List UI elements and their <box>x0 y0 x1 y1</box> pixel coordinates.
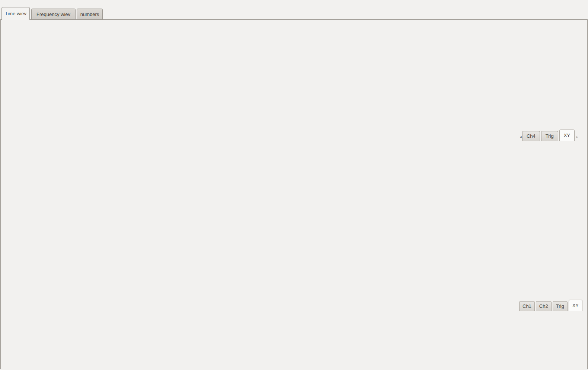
channel-tab-ch1[interactable]: Ch1 <box>519 301 535 311</box>
tab-frequency-view[interactable]: Frequency wiev <box>31 9 76 20</box>
tab-label: Frequency wiev <box>36 12 70 17</box>
channel-tab-ch4[interactable]: Ch4 <box>522 131 540 141</box>
channel-tab-xy[interactable]: XY <box>569 300 582 311</box>
channel-tab-ch2[interactable]: Ch2 <box>536 301 552 311</box>
tab-scroll-right-icon[interactable]: ▸ <box>576 133 579 141</box>
channel-tab-xy[interactable]: XY <box>559 130 575 141</box>
tab-label: numbers <box>80 12 99 17</box>
tab-scroll-left-icon[interactable]: ◂ <box>519 133 522 141</box>
tab-time-view[interactable]: Time wiev <box>1 7 30 20</box>
channel-tab-trig[interactable]: Trig <box>541 131 558 141</box>
tab-numbers[interactable]: numbers <box>77 9 103 20</box>
channel-tab-trig[interactable]: Trig <box>553 301 568 311</box>
tab-label: Time wiev <box>5 11 26 16</box>
tab-content-pane <box>0 19 588 369</box>
